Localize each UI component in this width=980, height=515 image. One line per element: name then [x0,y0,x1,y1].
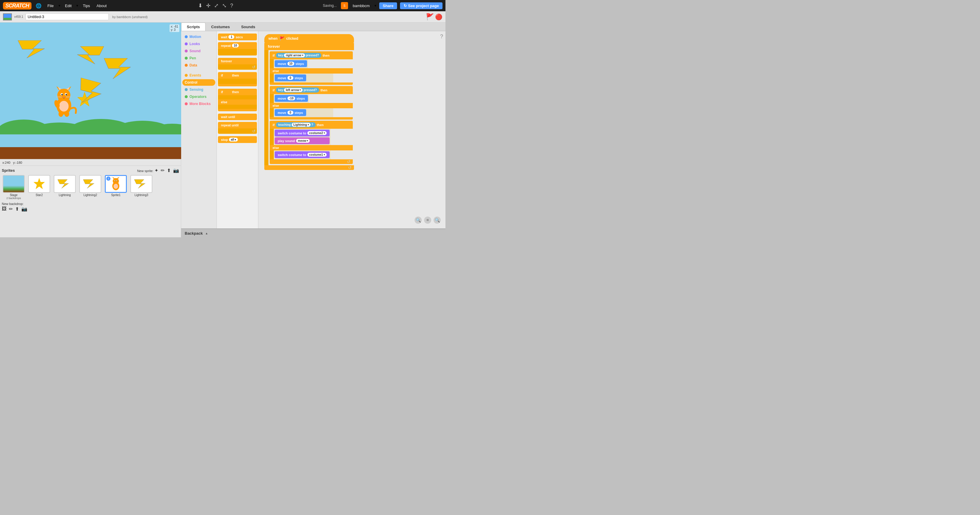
green-flag-button[interactable]: 🚩 [426,13,434,21]
menu-about[interactable]: About [95,3,108,8]
sprite-info-badge[interactable]: i [106,176,110,181]
cat-data[interactable]: Data [182,62,215,68]
stop-button[interactable]: 🔴 [435,13,442,21]
forever-label[interactable]: forever [264,43,354,50]
stage-thumbnail[interactable] [3,13,12,21]
cat-data-label: Data [189,63,197,67]
if2-top[interactable]: if key left arrow ▾ pressed? then [270,86,353,94]
sprite-item-lightning3[interactable]: Lightning3 [129,175,153,200]
svg-point-21 [66,94,67,95]
palette-block-repeat[interactable]: repeat 10 [218,42,257,49]
backpack-label: Backpack [185,231,203,236]
wait-input[interactable]: 1 [228,35,234,39]
move-neg10-input[interactable]: -10 [288,97,295,100]
play-sound-meow[interactable]: play sound meow ▾ [275,137,329,144]
palette-block-wait[interactable]: wait 1 secs [218,33,257,40]
shrink-icon[interactable]: ⤡ [222,2,227,9]
sprite-item-lightning[interactable]: Lightning [53,175,76,200]
help-icon[interactable]: ? [230,3,233,9]
palette-block-if[interactable]: if then [218,72,257,79]
new-sprite-draw-icon[interactable]: ✏ [161,168,164,173]
switch-costume-1[interactable]: switch costume to costume1 ▾ [275,151,329,158]
forever-block-outer: forever if key right arrow [264,43,354,170]
sprite-item-stage[interactable]: Stage 2 backdrops [2,175,25,200]
key-right-dropdown[interactable]: right arrow ▾ [284,53,305,57]
menu-tips[interactable]: Tips [81,3,92,8]
sprite-thumb-sprite1: i [105,175,127,193]
username[interactable]: bambbcm [351,3,372,8]
move-10-steps[interactable]: move 10 steps [275,60,307,67]
if3-top[interactable]: if touching Lightning ▾ ? then [270,121,353,129]
cat-looks[interactable]: Looks [182,41,215,47]
sprite-item-star2[interactable]: Star2 [27,175,51,200]
sprite-item-lightning2[interactable]: Lightning2 [78,175,102,200]
crosshair-icon[interactable]: ✛ [206,2,210,9]
new-backdrop-upload-icon[interactable]: ⬆ [15,206,19,212]
palette-block-if-else[interactable]: if then [218,89,257,95]
new-sprite-upload-icon[interactable]: ⬆ [167,168,171,173]
move-neg10-steps[interactable]: move -10 steps [275,95,308,102]
palette-block-stop[interactable]: stop all ▾ [218,136,257,143]
new-backdrop-draw-icon[interactable]: ✏ [9,206,13,212]
if2-condition[interactable]: key left arrow ▾ pressed? [276,87,319,93]
cat-events[interactable]: Events [182,72,215,79]
expand-icon[interactable]: ⤢ [214,2,219,9]
share-button[interactable]: Share [379,2,397,9]
palette-block-forever[interactable]: forever [218,58,257,64]
cat-pen-label: Pen [189,56,196,60]
zoom-reset-button[interactable]: = [424,217,431,224]
menu-edit[interactable]: Edit [63,3,73,8]
see-project-button[interactable]: ↻ See project page [400,2,442,9]
cat-more-blocks[interactable]: More Blocks [182,101,215,107]
cat-pen[interactable]: Pen [182,55,215,62]
tab-sounds[interactable]: Sounds [235,22,261,31]
menu-file[interactable]: File [46,3,56,8]
hat-block-when-clicked[interactable]: when 🚩 clicked [264,34,354,43]
if1-condition[interactable]: key right arrow ▾ pressed? [276,53,321,58]
tab-scripts[interactable]: Scripts [181,22,205,31]
move-0-input-2[interactable]: 0 [288,111,293,114]
globe-icon[interactable]: 🌐 [35,3,43,9]
if1-else-slot: move 0 steps [270,74,353,82]
zoom-out-button[interactable]: 🔍 [415,217,422,224]
scripts-editor[interactable]: when 🚩 clicked forever [258,31,445,228]
costume2-dropdown[interactable]: costume2 ▾ [307,131,327,135]
move-0-steps-2[interactable]: move 0 steps [275,109,306,116]
costume1-dropdown[interactable]: costume1 ▾ [307,153,327,157]
cat-sprite [51,85,77,117]
cat-control[interactable]: Control [182,79,215,86]
lightning-1 [18,40,56,58]
download-icon[interactable]: ⬇ [198,2,202,9]
if1-top[interactable]: if key right arrow ▾ pressed? then [270,51,353,59]
if3-condition[interactable]: touching Lightning ▾ ? [276,122,316,127]
project-name-input[interactable] [25,13,109,20]
cat-sensing[interactable]: Sensing [182,86,215,93]
new-sprite-paint-icon[interactable]: ✦ [154,168,158,173]
stage-canvas[interactable]: x: -61y: 3 [0,22,181,159]
palette-block-repeat-until[interactable]: repeat until [218,122,257,128]
if3-else-slot: switch costume to costume1 ▾ [270,151,353,159]
cat-motion[interactable]: Motion [182,33,215,40]
zoom-in-button[interactable]: 🔍 [434,217,441,224]
repeat-input[interactable]: 10 [232,44,239,48]
sprite-item-sprite1[interactable]: i S [104,175,128,200]
tab-costumes[interactable]: Costumes [205,22,235,31]
stop-dropdown[interactable]: all ▾ [229,138,238,141]
cat-sound[interactable]: Sound [182,48,215,54]
palette-block-wait-until[interactable]: wait until [218,114,257,120]
new-sprite-camera-icon[interactable]: 📷 [173,168,179,173]
new-backdrop-camera-icon[interactable]: 📷 [21,206,27,212]
key-left-dropdown[interactable]: left arrow ▾ [284,88,302,92]
touching-dropdown[interactable]: Lightning ▾ [292,123,311,127]
move-10-input[interactable]: 10 [288,62,294,65]
cat-operators[interactable]: Operators [182,93,215,100]
events-dot [185,74,188,77]
scripts-help-icon[interactable]: ? [440,33,443,40]
sound-dropdown[interactable]: meow ▾ [296,139,310,143]
switch-costume-2[interactable]: switch costume to costume2 ▾ [275,130,329,136]
backpack[interactable]: Backpack ▲ [181,228,445,237]
new-backdrop-paint-icon[interactable]: 🖼 [2,206,6,212]
move-0-input-1[interactable]: 0 [288,76,293,80]
move-0-steps-1[interactable]: move 0 steps [275,74,306,81]
scratch-logo[interactable]: SCRATCH [3,2,32,10]
